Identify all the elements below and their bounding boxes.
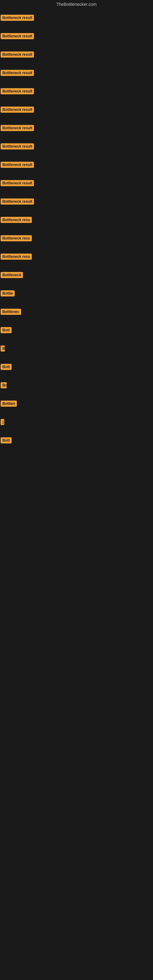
bottleneck-result-badge[interactable]: Bottleneck resu bbox=[1, 217, 32, 223]
bottleneck-result-badge[interactable]: Bott bbox=[1, 438, 12, 444]
list-item: Bottleneck resu bbox=[0, 211, 153, 229]
list-item: Bo bbox=[0, 376, 153, 395]
list-item: Bottleneck resu bbox=[0, 229, 153, 247]
bottleneck-result-badge[interactable]: Bottleneck resu bbox=[1, 235, 32, 241]
bottleneck-result-badge[interactable]: Bott bbox=[1, 364, 12, 370]
bottleneck-result-badge[interactable]: Bottleneck result bbox=[1, 107, 34, 113]
list-item: Bott bbox=[0, 358, 153, 376]
bottleneck-result-badge[interactable]: Bottleneck result bbox=[1, 70, 34, 76]
list-item: Bottleneck result bbox=[0, 137, 153, 156]
list-item: | bbox=[0, 413, 153, 431]
bottleneck-result-badge[interactable]: Bottleneck result bbox=[1, 143, 34, 150]
list-item: Bottleneck result bbox=[0, 119, 153, 137]
bottleneck-result-badge[interactable]: | bbox=[1, 419, 4, 425]
bottleneck-result-badge[interactable]: Bottleneck result bbox=[1, 15, 34, 21]
list-item: Bottleneck bbox=[0, 266, 153, 284]
list-item: Bottleneck result bbox=[0, 82, 153, 100]
bottleneck-result-badge[interactable]: Bottleneck result bbox=[1, 125, 34, 131]
list-item: Bottleneck result bbox=[0, 100, 153, 119]
list-item: Bottleneck result bbox=[0, 192, 153, 211]
list-item: Bottleneck resu bbox=[0, 247, 153, 266]
bottleneck-result-badge[interactable]: Bottleneck result bbox=[1, 199, 34, 205]
bottleneck-result-badge[interactable]: Bottleneck result bbox=[1, 33, 34, 39]
bottleneck-result-badge[interactable]: Bottlen bbox=[1, 401, 17, 407]
list-item: Bottleneck result bbox=[0, 45, 153, 64]
list-item: Bottle bbox=[0, 284, 153, 302]
badges-container: Bottleneck resultBottleneck resultBottle… bbox=[0, 9, 153, 450]
bottleneck-result-badge[interactable]: Bottleneck resu bbox=[1, 254, 32, 260]
list-item: Bottleneck result bbox=[0, 156, 153, 174]
bottleneck-result-badge[interactable]: Bottlenec bbox=[1, 309, 21, 315]
list-item: Bottleneck result bbox=[0, 27, 153, 45]
list-item: Bott bbox=[0, 321, 153, 339]
list-item: Bottleneck result bbox=[0, 9, 153, 27]
bottleneck-result-badge[interactable]: Bottleneck result bbox=[1, 162, 34, 168]
list-item: Bottleneck result bbox=[0, 174, 153, 192]
bottleneck-result-badge[interactable]: Bott bbox=[1, 327, 12, 333]
list-item: Bottlen bbox=[0, 395, 153, 413]
bottleneck-result-badge[interactable]: Bottleneck bbox=[1, 272, 23, 278]
bottleneck-result-badge[interactable]: Bo bbox=[1, 382, 7, 388]
list-item: Bottleneck result bbox=[0, 64, 153, 82]
site-title: TheBottlenecker.com bbox=[0, 0, 153, 9]
list-item: B bbox=[0, 339, 153, 358]
bottleneck-result-badge[interactable]: Bottle bbox=[1, 290, 15, 296]
list-item: Bottlenec bbox=[0, 302, 153, 321]
bottleneck-result-badge[interactable]: Bottleneck result bbox=[1, 180, 34, 186]
list-item: Bott bbox=[0, 431, 153, 450]
bottleneck-result-badge[interactable]: B bbox=[1, 345, 5, 352]
bottleneck-result-badge[interactable]: Bottleneck result bbox=[1, 51, 34, 57]
bottleneck-result-badge[interactable]: Bottleneck result bbox=[1, 88, 34, 94]
